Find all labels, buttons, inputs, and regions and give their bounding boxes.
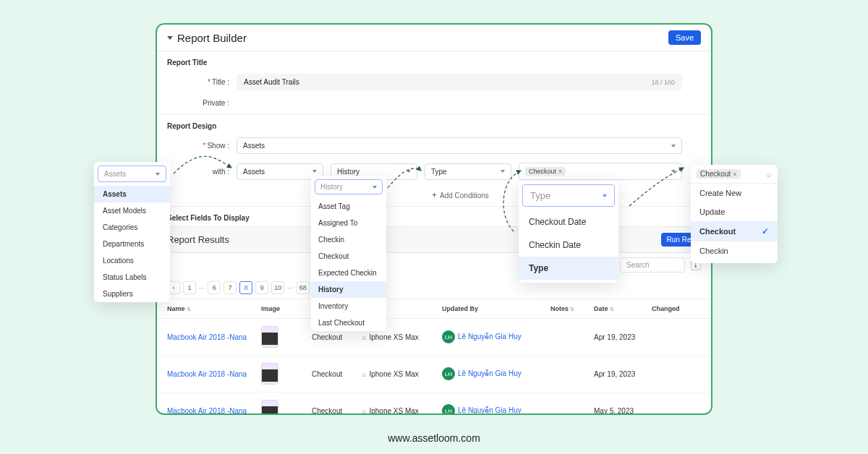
- action-cell: Checkout: [312, 333, 362, 341]
- page-7[interactable]: 7: [224, 281, 237, 294]
- dropdown-item[interactable]: Assets: [94, 186, 170, 202]
- close-icon[interactable]: ×: [733, 171, 736, 178]
- updated-by-cell: LHLê Nguyễn Gia Huy: [442, 367, 550, 380]
- history-dropdown-trigger[interactable]: History: [315, 179, 383, 194]
- chevron-down-icon: [671, 170, 676, 173]
- page-6[interactable]: 6: [208, 281, 221, 294]
- history-dropdown[interactable]: History Asset TagAssigned ToCheckinCheck…: [311, 176, 386, 331]
- type-dropdown[interactable]: Type Checkout DateCheckin DateType: [519, 181, 618, 283]
- add-conditions-button[interactable]: + Add Conditions: [157, 184, 711, 206]
- asset-thumbnail: [261, 326, 278, 348]
- dropdown-item[interactable]: Status Labels: [94, 269, 170, 286]
- dropdown-item[interactable]: Checkout Date: [519, 210, 618, 234]
- updated-by-cell: LHLê Nguyễn Gia Huy: [442, 404, 550, 415]
- dropdown-item[interactable]: Asset Tag: [311, 198, 386, 215]
- assets-dropdown-trigger[interactable]: Assets: [98, 166, 166, 182]
- dropdown-item[interactable]: Suppliers: [94, 286, 170, 302]
- asset-link[interactable]: Macbook Air 2018 -Nana: [167, 333, 261, 341]
- page-8[interactable]: 8: [239, 281, 252, 294]
- dropdown-item[interactable]: Last Checkout: [311, 314, 386, 331]
- section-select-fields: Select Fields To Display: [157, 206, 711, 226]
- dropdown-item[interactable]: Create New: [691, 184, 778, 202]
- with-select-4[interactable]: Checkout ×: [519, 163, 682, 180]
- action-cell: Checkout: [312, 370, 362, 378]
- close-icon[interactable]: ×: [558, 168, 562, 175]
- pagination: ‹ 1 ··· 6 7 8 9 10 ··· 68 ›: [157, 277, 711, 299]
- search-icon[interactable]: ⌕: [767, 170, 772, 179]
- chevron-down-icon: [156, 173, 160, 176]
- user-link[interactable]: Lê Nguyễn Gia Huy: [458, 406, 522, 414]
- checkout-chip[interactable]: Checkout ×: [697, 169, 741, 179]
- chevron-down-icon: [373, 186, 377, 189]
- user-link[interactable]: Lê Nguyễn Gia Huy: [458, 333, 522, 340]
- checkout-dropdown[interactable]: Checkout × ⌕ Create NewUpdateCheckout✓Ch…: [691, 165, 778, 263]
- filter-chip[interactable]: Checkout ×: [525, 167, 566, 176]
- show-label: *Show :: [186, 142, 229, 150]
- asset-link[interactable]: Macbook Air 2018 -Nana: [167, 407, 261, 415]
- dropdown-item[interactable]: Asset Models: [94, 202, 170, 219]
- dropdown-item[interactable]: Update: [691, 202, 778, 221]
- table-row[interactable]: Macbook Air 2018 -NanaCheckout⌂Iphone XS…: [157, 393, 711, 415]
- report-results-title: Report Results: [167, 234, 229, 245]
- asset-link[interactable]: Macbook Air 2018 -Nana: [167, 370, 261, 378]
- plus-icon: +: [432, 190, 437, 200]
- private-label: Private :: [186, 99, 229, 107]
- report-builder-panel: Report Builder Save Report Title *Title …: [156, 23, 712, 415]
- target-cell: ⌂Iphone XS Max: [362, 407, 442, 415]
- chevron-down-icon: [603, 194, 607, 197]
- title-input[interactable]: Asset Audit Trails 18 / 100: [237, 74, 682, 90]
- dropdown-item[interactable]: Checkin: [311, 231, 386, 248]
- dropdown-item[interactable]: Checkin Date: [519, 234, 618, 257]
- user-link[interactable]: Lê Nguyễn Gia Huy: [458, 369, 522, 377]
- table-row[interactable]: Macbook Air 2018 -NanaCheckout⌂Iphone XS…: [157, 356, 711, 393]
- chevron-down-icon: [407, 170, 411, 173]
- dropdown-item[interactable]: Inventory: [311, 298, 386, 314]
- chevron-down-icon: [501, 170, 505, 173]
- date-cell: Apr 19, 2023: [594, 370, 652, 378]
- laptop-icon: ⌂: [362, 334, 366, 341]
- table-row[interactable]: Macbook Air 2018 -NanaCheckout⌂Iphone XS…: [157, 319, 711, 356]
- table-header: Name⇅ Image Actions Target Updated By No…: [157, 299, 711, 319]
- dropdown-item[interactable]: Checkout✓: [691, 221, 778, 241]
- dropdown-item[interactable]: History: [311, 281, 386, 298]
- panel-title: Report Builder: [177, 32, 247, 44]
- dropdown-item[interactable]: Type: [519, 257, 618, 280]
- date-cell: May 5, 2023: [594, 407, 652, 415]
- with-select-3[interactable]: Type: [425, 163, 511, 180]
- search-input[interactable]: Search: [620, 257, 685, 273]
- char-count: 18 / 100: [651, 79, 675, 86]
- target-cell: ⌂Iphone XS Max: [362, 370, 442, 378]
- save-button[interactable]: Save: [668, 30, 701, 45]
- target-cell: ⌂Iphone XS Max: [362, 333, 442, 341]
- footer-url: www.assetloom.com: [0, 432, 868, 444]
- dropdown-item[interactable]: Departments: [94, 236, 170, 252]
- page-68[interactable]: 68: [297, 281, 310, 294]
- dropdown-item[interactable]: Expected Checkin: [311, 265, 386, 281]
- show-select[interactable]: Assets: [237, 137, 682, 154]
- page-10[interactable]: 10: [271, 281, 284, 294]
- dropdown-item[interactable]: Assigned To: [311, 215, 386, 231]
- section-report-title: Report Title: [157, 51, 711, 69]
- asset-thumbnail: [261, 400, 278, 415]
- asset-thumbnail: [261, 363, 278, 385]
- with-select-1[interactable]: Assets: [237, 163, 323, 180]
- laptop-icon: ⌂: [362, 371, 366, 378]
- check-icon: ✓: [762, 226, 769, 236]
- dropdown-item[interactable]: Checkout: [311, 248, 386, 265]
- collapse-icon[interactable]: [167, 36, 173, 40]
- avatar: LH: [442, 330, 455, 343]
- dropdown-item[interactable]: Checkin: [691, 241, 778, 260]
- updated-by-cell: LHLê Nguyễn Gia Huy: [442, 330, 550, 343]
- page-1[interactable]: 1: [183, 281, 196, 294]
- dropdown-item[interactable]: Locations: [94, 252, 170, 269]
- section-report-design: Report Design: [157, 114, 711, 133]
- dropdown-item[interactable]: Categories: [94, 219, 170, 236]
- chevron-down-icon: [312, 170, 317, 173]
- avatar: LH: [442, 404, 455, 415]
- page-9[interactable]: 9: [255, 281, 268, 294]
- action-cell: Checkout: [312, 407, 362, 415]
- with-label: with :: [186, 168, 229, 176]
- assets-dropdown[interactable]: Assets AssetsAsset ModelsCategoriesDepar…: [94, 162, 170, 302]
- date-cell: Apr 19, 2023: [594, 333, 652, 341]
- type-dropdown-trigger[interactable]: Type: [522, 184, 615, 207]
